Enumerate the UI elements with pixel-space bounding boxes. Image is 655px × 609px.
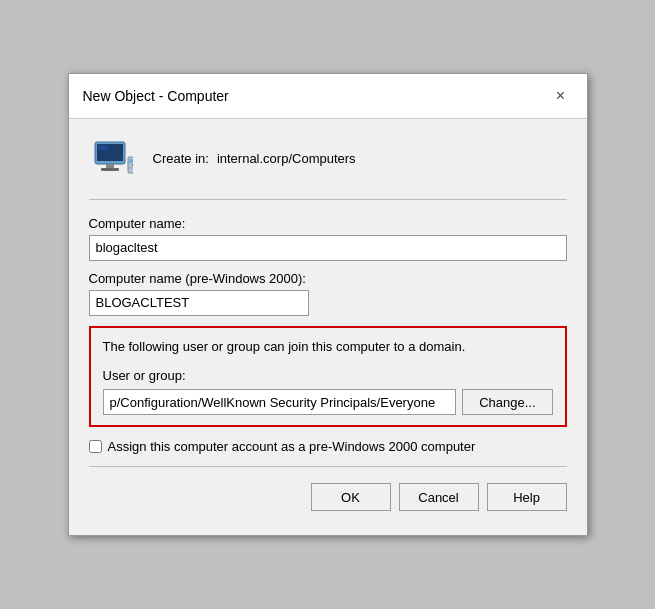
svg-rect-6 bbox=[129, 159, 133, 163]
svg-rect-3 bbox=[106, 164, 114, 168]
computer-name-group: Computer name: bbox=[89, 216, 567, 261]
dialog-body: Create in: internal.corp/Computers Compu… bbox=[69, 119, 587, 535]
create-in-value: internal.corp/Computers bbox=[217, 151, 356, 166]
title-bar: New Object - Computer × bbox=[69, 74, 587, 119]
header-section: Create in: internal.corp/Computers bbox=[89, 135, 567, 183]
create-in-label: Create in: bbox=[153, 151, 209, 166]
header-divider bbox=[89, 199, 567, 200]
ok-button[interactable]: OK bbox=[311, 483, 391, 511]
domain-description: The following user or group can join thi… bbox=[103, 338, 553, 356]
change-button[interactable]: Change... bbox=[462, 389, 552, 415]
pre2000-checkbox[interactable] bbox=[89, 440, 102, 453]
close-button[interactable]: × bbox=[549, 84, 573, 108]
svg-rect-4 bbox=[101, 168, 119, 171]
computer-name-label: Computer name: bbox=[89, 216, 567, 231]
domain-box: The following user or group can join thi… bbox=[89, 326, 567, 427]
computer-name-pre2000-input[interactable] bbox=[89, 290, 309, 316]
user-group-row: Change... bbox=[103, 389, 553, 415]
user-group-input[interactable] bbox=[103, 389, 457, 415]
computer-name-pre2000-group: Computer name (pre-Windows 2000): bbox=[89, 271, 567, 316]
pre2000-checkbox-row: Assign this computer account as a pre-Wi… bbox=[89, 439, 567, 454]
dialog-title: New Object - Computer bbox=[83, 88, 229, 104]
footer-divider bbox=[89, 466, 567, 467]
user-group-label: User or group: bbox=[103, 368, 553, 383]
computer-name-pre2000-label: Computer name (pre-Windows 2000): bbox=[89, 271, 567, 286]
pre2000-checkbox-label[interactable]: Assign this computer account as a pre-Wi… bbox=[108, 439, 476, 454]
computer-name-input[interactable] bbox=[89, 235, 567, 261]
help-button[interactable]: Help bbox=[487, 483, 567, 511]
dialog-window: New Object - Computer × bbox=[68, 73, 588, 536]
cancel-button[interactable]: Cancel bbox=[399, 483, 479, 511]
computer-icon bbox=[89, 135, 137, 183]
create-in-row: Create in: internal.corp/Computers bbox=[153, 151, 356, 166]
svg-rect-8 bbox=[129, 167, 133, 169]
svg-rect-2 bbox=[98, 145, 108, 150]
button-row: OK Cancel Help bbox=[89, 479, 567, 519]
